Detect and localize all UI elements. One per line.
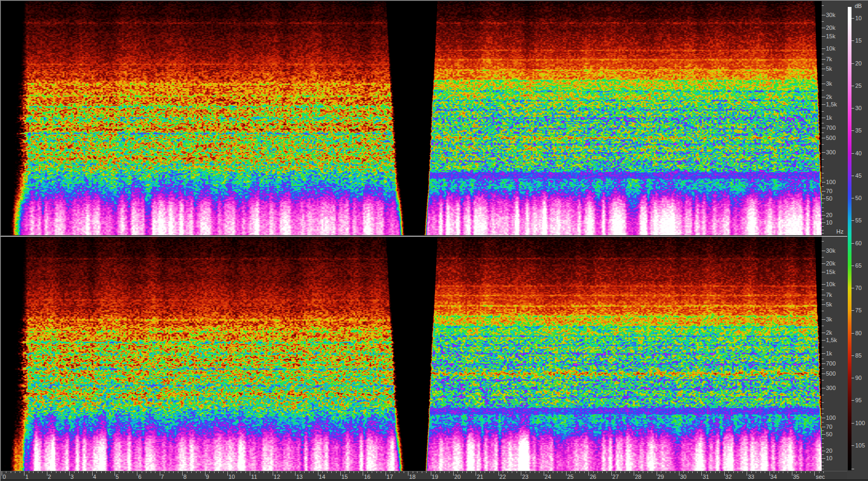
time-tick: [566, 471, 567, 476]
time-minor-tick: [390, 471, 390, 473]
time-minor-tick: [124, 471, 124, 473]
freq-tick: [822, 138, 825, 138]
freq-tick: [822, 374, 825, 374]
time-minor-tick: [779, 471, 779, 473]
freq-tick-label: 20k: [826, 260, 836, 267]
time-minor-tick: [597, 471, 598, 473]
time-minor-tick: [327, 471, 327, 473]
spectrogram-channel-1[interactable]: [1, 1, 822, 235]
freq-tick: [822, 451, 825, 451]
time-minor-tick: [788, 471, 788, 473]
freq-tick: [822, 388, 825, 388]
time-minor-tick: [345, 471, 345, 473]
db-tick-label: 15: [855, 37, 862, 44]
freq-minor-tick: [822, 21, 824, 22]
time-minor-tick: [530, 471, 530, 473]
time-tick: [295, 471, 296, 476]
time-minor-tick: [553, 471, 553, 473]
time-minor-tick: [78, 471, 79, 473]
time-minor-tick: [607, 471, 607, 473]
time-minor-tick: [638, 471, 639, 473]
time-minor-tick: [155, 471, 155, 473]
time-minor-tick: [304, 471, 305, 473]
db-tick-label: 75: [855, 307, 862, 313]
time-minor-tick: [354, 471, 354, 473]
time-tick: [24, 471, 24, 476]
time-minor-tick: [200, 471, 201, 473]
freq-tick-label: 15k: [826, 33, 836, 39]
time-minor-tick: [164, 471, 165, 473]
freq-tick-label: 5k: [826, 301, 832, 308]
freq-tick-label: 20: [826, 212, 832, 218]
freq-minor-tick: [822, 326, 824, 326]
time-minor-tick: [241, 471, 241, 473]
time-minor-tick: [810, 471, 810, 473]
time-minor-tick: [29, 471, 29, 473]
freq-tick: [822, 152, 825, 153]
freq-minor-tick: [822, 368, 824, 369]
time-tick: [69, 471, 70, 476]
time-tick: [792, 471, 792, 476]
db-tick-label: 60: [855, 240, 862, 246]
time-tick: [453, 471, 454, 476]
freq-minor-tick: [822, 230, 824, 230]
db-tick: [851, 333, 854, 334]
time-minor-tick: [169, 471, 169, 473]
time-tick: [408, 471, 408, 476]
time-minor-tick: [367, 471, 368, 473]
freq-minor-tick: [822, 132, 824, 133]
time-minor-tick: [376, 471, 377, 473]
freq-tick: [822, 427, 825, 427]
time-minor-tick: [336, 471, 337, 473]
time-tick: [634, 471, 634, 476]
freq-minor-tick: [822, 178, 824, 178]
freq-tick: [822, 104, 825, 105]
time-minor-tick: [719, 471, 720, 473]
time-minor-tick: [697, 471, 698, 473]
time-minor-tick: [733, 471, 734, 473]
time-minor-tick: [710, 471, 711, 473]
time-minor-tick: [562, 471, 562, 473]
db-tick: [851, 423, 854, 424]
db-tick: [851, 400, 854, 401]
db-tick-label: 40: [855, 150, 862, 156]
freq-minor-tick: [822, 359, 824, 359]
time-minor-tick: [675, 471, 675, 473]
freq-minor-tick: [822, 469, 824, 469]
time-minor-tick: [706, 471, 707, 473]
time-minor-tick: [728, 471, 729, 473]
time-minor-tick: [444, 471, 445, 473]
freq-tick: [822, 363, 825, 364]
time-minor-tick: [751, 471, 752, 473]
freq-tick: [822, 295, 825, 295]
time-minor-tick: [245, 471, 246, 473]
time-tick: [588, 471, 589, 476]
freq-minor-tick: [822, 438, 824, 439]
time-minor-tick: [652, 471, 652, 473]
freq-tick: [822, 84, 825, 84]
time-minor-tick: [209, 471, 210, 473]
time-minor-tick: [796, 471, 797, 473]
time-tick: [273, 471, 273, 476]
time-tick: [769, 471, 770, 476]
time-minor-tick: [765, 471, 765, 473]
spectrogram-channel-2[interactable]: [1, 237, 822, 471]
freq-tick-label: 1k: [826, 350, 832, 356]
time-minor-tick: [801, 471, 801, 473]
freq-tick: [822, 182, 825, 183]
freq-minor-tick: [822, 454, 824, 455]
freq-tick-label: 100: [826, 414, 836, 421]
time-tick: [701, 471, 702, 476]
freq-minor-tick: [822, 300, 824, 300]
time-minor-tick: [819, 471, 820, 473]
freq-tick: [822, 36, 825, 37]
freq-tick: [822, 48, 825, 49]
db-legend: dB 1015202530354045505560657075808590951…: [847, 1, 868, 479]
time-minor-tick: [236, 471, 237, 473]
freq-tick-label: 1k: [826, 114, 832, 121]
db-tick-label: 45: [855, 172, 862, 179]
time-minor-tick: [146, 471, 146, 473]
freq-tick: [822, 458, 825, 459]
freq-tick: [822, 215, 825, 215]
time-minor-tick: [535, 471, 535, 473]
